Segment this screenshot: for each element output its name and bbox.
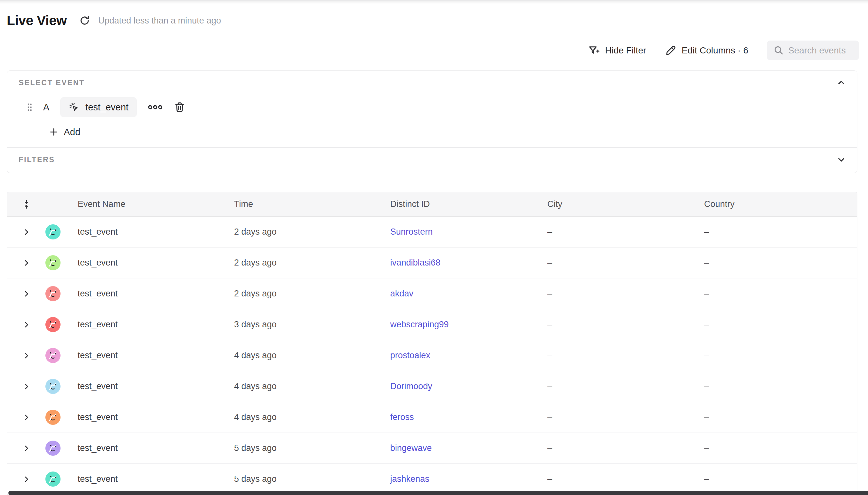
event-name-cell: test_event [78,412,234,422]
hide-filter-label: Hide Filter [605,45,646,56]
table-row[interactable]: test_event 4 days ago prostoalex – – [7,340,857,371]
user-avatar [46,224,61,239]
more-options-icon[interactable] [148,104,163,110]
distinct-id-link[interactable]: akdav [390,289,413,298]
country-cell: – [704,258,857,268]
event-name-cell: test_event [78,443,234,453]
expand-row-chevron-icon[interactable] [22,290,30,298]
distinct-id-link[interactable]: webscraping99 [390,320,449,329]
country-cell: – [704,227,857,237]
distinct-id-link[interactable]: jashkenas [390,474,429,484]
distinct-id-link[interactable]: feross [390,412,414,422]
edit-columns-button[interactable]: Edit Columns · 6 [665,45,748,56]
time-cell: 2 days ago [234,258,390,268]
city-cell: – [547,227,704,237]
refresh-icon[interactable] [79,15,90,27]
table-row[interactable]: test_event 4 days ago feross – – [7,402,857,433]
live-view-screen: Live View Updated less than a minute ago… [0,0,868,495]
select-event-header[interactable]: SELECT EVENT [19,78,846,87]
table-row[interactable]: test_event 5 days ago jashkenas – – [7,464,857,495]
city-cell: – [547,320,704,329]
column-header-city: City [547,199,704,209]
expand-row-chevron-icon[interactable] [22,321,30,329]
country-cell: – [704,412,857,422]
city-cell: – [547,412,704,422]
event-clause-row: A test_event [27,97,846,117]
hide-filter-button[interactable]: Hide Filter [588,45,646,56]
event-name-cell: test_event [78,227,234,237]
distinct-id-link[interactable]: ivandiblasi68 [390,258,440,268]
select-event-label: SELECT EVENT [19,79,85,87]
event-name-cell: test_event [78,258,234,268]
query-panel: SELECT EVENT A [7,70,857,173]
country-cell: – [704,443,857,453]
user-avatar [46,379,61,394]
add-button-label: Add [64,127,81,137]
expand-row-chevron-icon[interactable] [22,383,30,390]
user-avatar [46,317,61,332]
table-row[interactable]: test_event 4 days ago Dorimoody – – [7,371,857,402]
toolbar: Hide Filter Edit Columns · 6 [0,40,859,60]
expand-row-chevron-icon[interactable] [22,413,30,421]
event-name-cell: test_event [78,289,234,299]
time-cell: 4 days ago [234,412,390,422]
table-body: test_event 2 days ago Sunrostern – – [7,217,857,495]
last-updated-text: Updated less than a minute ago [98,16,221,26]
selected-event-name: test_event [85,102,129,113]
user-avatar [46,255,61,270]
chevron-up-icon[interactable] [836,78,846,87]
user-avatar [46,410,61,425]
chevron-down-icon[interactable] [836,155,846,165]
country-cell: – [704,320,857,329]
table-row[interactable]: test_event 5 days ago bingewave – – [7,433,857,464]
events-table: Event Name Time Distinct ID City Country [7,192,857,495]
search-box [767,40,859,60]
expand-row-chevron-icon[interactable] [22,444,30,452]
trash-icon[interactable] [173,101,186,113]
expand-row-chevron-icon[interactable] [22,352,30,359]
cursor-click-icon [69,102,80,113]
distinct-id-link[interactable]: Dorimoody [390,381,432,391]
country-cell: – [704,381,857,391]
top-edge-gradient [0,0,868,4]
city-cell: – [547,289,704,299]
table-row[interactable]: test_event 2 days ago akdav – – [7,278,857,309]
pencil-icon [665,45,677,56]
funnel-plus-icon [588,45,600,56]
expand-row-chevron-icon[interactable] [22,228,30,236]
time-cell: 2 days ago [234,227,390,237]
table-row[interactable]: test_event 2 days ago Sunrostern – – [7,217,857,248]
event-selector-chip[interactable]: test_event [60,97,137,117]
add-event-button[interactable]: Add [49,125,846,139]
city-cell: – [547,258,704,268]
distinct-id-link[interactable]: bingewave [390,443,432,453]
table-row[interactable]: test_event 3 days ago webscraping99 – – [7,309,857,340]
filters-header[interactable]: FILTERS [19,155,846,165]
column-header-country: Country [704,199,857,209]
country-cell: – [704,289,857,299]
expand-row-chevron-icon[interactable] [22,259,30,267]
drag-handle-icon[interactable] [27,103,32,112]
distinct-id-link[interactable]: Sunrostern [390,227,433,237]
collapse-rows-icon[interactable] [21,199,32,209]
distinct-id-link[interactable]: prostoalex [390,351,430,360]
country-cell: – [704,351,857,360]
horizontal-scrollbar[interactable] [8,491,868,495]
event-letter-label: A [43,102,49,113]
event-name-cell: test_event [78,381,234,391]
time-cell: 5 days ago [234,443,390,453]
event-name-cell: test_event [78,320,234,329]
time-cell: 4 days ago [234,381,390,391]
event-name-cell: test_event [78,351,234,360]
search-icon [773,45,784,56]
time-cell: 2 days ago [234,289,390,299]
city-cell: – [547,474,704,484]
filters-label: FILTERS [19,155,55,164]
plus-icon [49,127,58,137]
country-cell: – [704,474,857,484]
column-header-time: Time [234,199,390,209]
time-cell: 5 days ago [234,474,390,484]
city-cell: – [547,443,704,453]
expand-row-chevron-icon[interactable] [22,475,30,483]
table-row[interactable]: test_event 2 days ago ivandiblasi68 – – [7,248,857,278]
